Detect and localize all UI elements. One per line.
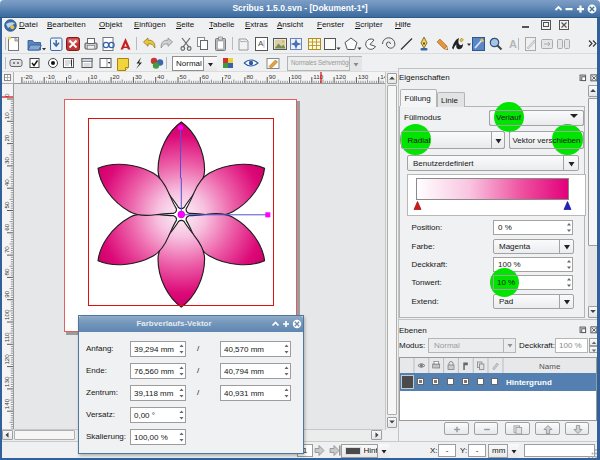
svg-text:30: 30 — [135, 73, 142, 80]
svg-text:80: 80 — [246, 73, 253, 80]
svg-text:20: 20 — [113, 73, 120, 80]
svg-text:60: 60 — [3, 223, 10, 230]
svg-text:20: 20 — [3, 134, 10, 141]
svg-text:90: 90 — [3, 290, 10, 297]
svg-text:A: A — [258, 39, 264, 48]
svg-text:70: 70 — [3, 246, 10, 253]
svg-text:10: 10 — [90, 73, 97, 80]
svg-text:80: 80 — [3, 268, 10, 275]
svg-text:130: 130 — [3, 376, 10, 387]
svg-text:120: 120 — [336, 73, 347, 80]
svg-text:10: 10 — [3, 112, 10, 119]
svg-text:A: A — [509, 38, 517, 50]
svg-text:-20: -20 — [23, 73, 33, 80]
svg-text:100: 100 — [291, 73, 302, 80]
svg-text:90: 90 — [269, 73, 276, 80]
svg-text:50: 50 — [3, 201, 10, 208]
svg-text:-10: -10 — [46, 73, 56, 80]
svg-text:140: 140 — [3, 398, 10, 409]
svg-text:30: 30 — [3, 156, 10, 163]
svg-text:Name: Name — [539, 362, 561, 371]
svg-text:130: 130 — [358, 73, 369, 80]
svg-text:70: 70 — [224, 73, 231, 80]
svg-text:50: 50 — [180, 73, 187, 80]
svg-text:40: 40 — [157, 73, 164, 80]
svg-text:110: 110 — [3, 332, 10, 342]
svg-text:110: 110 — [313, 73, 323, 80]
svg-text:60: 60 — [202, 73, 209, 80]
svg-text:40: 40 — [3, 179, 10, 186]
svg-text:100: 100 — [3, 309, 10, 320]
svg-text:120: 120 — [3, 354, 10, 365]
svg-text:0: 0 — [68, 73, 72, 80]
